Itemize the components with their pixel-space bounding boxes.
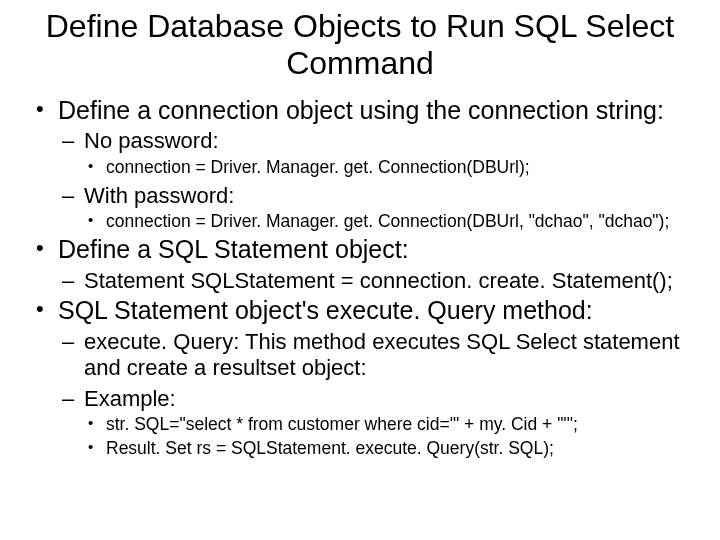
slide-title: Define Database Objects to Run SQL Selec… <box>40 8 680 82</box>
bullet-text: Statement SQLStatement = connection. cre… <box>84 268 673 293</box>
bullet-text: execute. Query: This method executes SQL… <box>84 329 680 380</box>
list-item: Statement SQLStatement = connection. cre… <box>58 268 690 294</box>
list-item: No password: connection = Driver. Manage… <box>58 128 690 178</box>
bullet-text: With password: <box>84 183 234 208</box>
bullet-text: Example: <box>84 386 176 411</box>
bullet-text: No password: <box>84 128 219 153</box>
bullet-text: connection = Driver. Manager. get. Conne… <box>106 211 669 231</box>
bullet-list: Define a connection object using the con… <box>30 96 690 460</box>
list-item: Define a connection object using the con… <box>30 96 690 233</box>
list-item: execute. Query: This method executes SQL… <box>58 329 690 382</box>
bullet-text: Define a SQL Statement object: <box>58 235 409 263</box>
bullet-text: connection = Driver. Manager. get. Conne… <box>106 157 530 177</box>
list-item: connection = Driver. Manager. get. Conne… <box>84 157 690 179</box>
slide: Define Database Objects to Run SQL Selec… <box>0 0 720 540</box>
bullet-text: Result. Set rs = SQLStatement. execute. … <box>106 438 554 458</box>
list-item: connection = Driver. Manager. get. Conne… <box>84 211 690 233</box>
list-item: SQL Statement object's execute. Query me… <box>30 296 690 460</box>
list-item: Define a SQL Statement object: Statement… <box>30 235 690 294</box>
bullet-text: SQL Statement object's execute. Query me… <box>58 296 593 324</box>
bullet-text: str. SQL="select * from customer where c… <box>106 414 578 434</box>
list-item: With password: connection = Driver. Mana… <box>58 183 690 233</box>
list-item: Example: str. SQL="select * from custome… <box>58 386 690 460</box>
list-item: str. SQL="select * from customer where c… <box>84 414 690 436</box>
bullet-text: Define a connection object using the con… <box>58 96 664 124</box>
list-item: Result. Set rs = SQLStatement. execute. … <box>84 438 690 460</box>
